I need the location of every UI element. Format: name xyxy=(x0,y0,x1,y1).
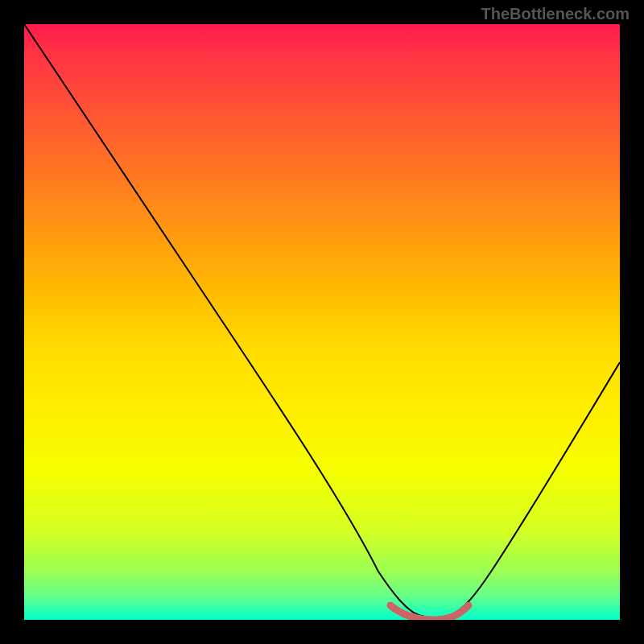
optimal-band-marker xyxy=(390,605,469,620)
chart-container: TheBottleneck.com xyxy=(0,0,644,644)
watermark-text: TheBottleneck.com xyxy=(481,5,630,23)
bottleneck-curve-line xyxy=(24,24,620,617)
plot-gradient-background xyxy=(24,24,620,620)
curve-svg xyxy=(24,24,620,620)
